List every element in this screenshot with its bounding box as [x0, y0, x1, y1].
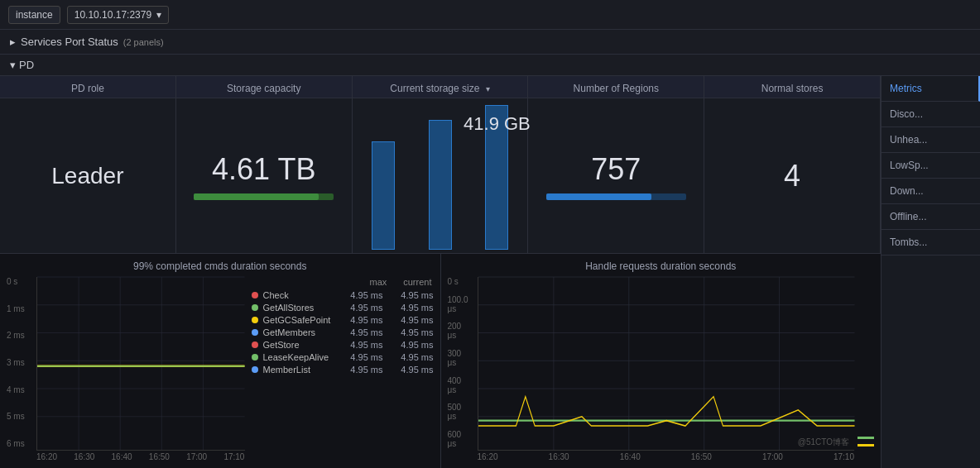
- getallstores-current: 4.95 ms: [388, 303, 434, 313]
- pd-role-title: PD role: [0, 76, 175, 98]
- chart2-x-labels: 16:20 16:30 16:40 16:50 17:00 17:10: [478, 451, 855, 461]
- y-label-0s: 0 s: [7, 277, 31, 286]
- normal-stores-value: 4: [784, 159, 800, 193]
- sidebar-item-lowsp[interactable]: LowSp...: [882, 153, 980, 179]
- y2-label-0: 0 s: [448, 277, 473, 286]
- check-current: 4.95 ms: [388, 290, 434, 300]
- sidebar-item-offline[interactable]: Offline...: [882, 204, 980, 230]
- chart2-title: Handle requests duration seconds: [448, 260, 875, 272]
- memberlist-max: 4.95 ms: [338, 365, 383, 375]
- getgcsafepoint-name: GetGCSafePoint: [263, 315, 333, 325]
- y2-label-400: 400 μs: [448, 376, 473, 394]
- chart2-svg: [478, 277, 855, 450]
- y-label-2ms: 2 ms: [7, 331, 31, 340]
- storage-capacity-value: 4.61 TB: [212, 152, 315, 187]
- normal-stores-card: Normal stores 4: [704, 76, 881, 253]
- regions-bar-bg: [546, 193, 686, 200]
- pd-role-value: Leader: [51, 163, 123, 189]
- chart1-svg-area: [36, 277, 245, 451]
- top-bar: instance 10.10.10.17:2379 ▾: [0, 0, 980, 30]
- getallstores-max: 4.95 ms: [338, 303, 383, 313]
- y-label-4ms: 4 ms: [7, 385, 31, 394]
- pd-role-card: PD role Leader: [0, 76, 176, 253]
- current-storage-card: Current storage size ▾ 41.9 GB: [353, 76, 529, 253]
- instance-label: instance: [8, 6, 60, 24]
- memberlist-current: 4.95 ms: [388, 365, 434, 375]
- y2-label-500: 500 μs: [448, 403, 473, 421]
- leasekeepalive-current: 4.95 ms: [388, 352, 434, 362]
- regions-title: Number of Regions: [528, 76, 704, 98]
- chart1-legend: max current Check 4.95 ms 4.95 ms GetAll…: [252, 277, 434, 461]
- getmembers-name: GetMembers: [263, 327, 333, 337]
- legend-check: Check 4.95 ms 4.95 ms: [252, 290, 434, 300]
- chart2-panel: Handle requests duration seconds 600 μs …: [441, 254, 882, 468]
- regions-bar-container: [546, 193, 686, 200]
- main-content: PD role Leader Storage capacity 4.61 TB: [0, 76, 980, 468]
- normal-stores-body: 4: [704, 98, 880, 253]
- getstore-dot: [252, 341, 258, 348]
- memberlist-dot: [252, 366, 258, 373]
- chart1-svg: [37, 277, 245, 450]
- y-label-1ms: 1 ms: [7, 304, 31, 313]
- sidebar-item-disco[interactable]: Disco...: [882, 102, 980, 127]
- services-badge: (2 panels): [123, 37, 164, 47]
- x2-label-1650: 16:50: [691, 452, 712, 461]
- chart2-green-indicator: [858, 437, 874, 439]
- instance-value: 10.10.10.17:2379: [74, 9, 151, 21]
- charts-row: 99% completed cmds duration seconds 6 ms…: [0, 254, 881, 468]
- x-label-1650: 16:50: [149, 452, 170, 461]
- instance-select[interactable]: 10.10.10.17:2379 ▾: [67, 6, 169, 24]
- getgcsafepoint-current: 4.95 ms: [388, 315, 434, 325]
- services-section-header: ▸ Services Port Status (2 panels): [0, 30, 980, 55]
- storage-capacity-card: Storage capacity 4.61 TB: [176, 76, 353, 253]
- chart2-yellow-indicator: [858, 444, 874, 447]
- chart1-panel: 99% completed cmds duration seconds 6 ms…: [0, 254, 441, 468]
- x-label-1640: 16:40: [112, 452, 132, 461]
- x2-label-1620: 16:20: [478, 452, 498, 461]
- sidebar-item-tombs[interactable]: Tombs...: [882, 230, 980, 255]
- x-label-1710: 17:10: [223, 452, 244, 461]
- getmembers-dot: [252, 329, 258, 336]
- memberlist-name: MemberList: [263, 365, 333, 375]
- check-max: 4.95 ms: [338, 290, 383, 300]
- legend-leasekeepalive: LeaseKeepAlive 4.95 ms 4.95 ms: [252, 352, 434, 362]
- chart2-main: @51CTO博客 16:20 16:30 16:40 16:50 17:00 1…: [478, 277, 855, 461]
- getstore-max: 4.95 ms: [338, 340, 383, 350]
- chevron-icon: ▾: [156, 9, 161, 21]
- chart1-y-axis: 6 ms 5 ms 4 ms 3 ms 2 ms 1 ms 0 s: [7, 277, 36, 461]
- getstore-current: 4.95 ms: [388, 340, 434, 350]
- storage-chevron-icon[interactable]: ▾: [486, 84, 490, 93]
- pd-section-header: ▾ PD: [0, 55, 980, 76]
- sidebar-item-metrics[interactable]: Metrics: [882, 76, 980, 102]
- x2-label-1630: 16:30: [549, 452, 569, 461]
- check-name: Check: [263, 290, 333, 300]
- x2-label-1640: 16:40: [620, 452, 641, 461]
- pd-collapse-icon[interactable]: ▾: [10, 59, 16, 71]
- cards-row: PD role Leader Storage capacity 4.61 TB: [0, 76, 881, 254]
- getallstores-name: GetAllStores: [263, 303, 333, 313]
- y-label-6ms: 6 ms: [7, 439, 31, 448]
- legend-header: max current: [252, 277, 434, 287]
- sidebar-item-unhea[interactable]: Unhea...: [882, 127, 980, 153]
- sidebar-item-down[interactable]: Down...: [882, 179, 980, 204]
- regions-body: 757: [528, 98, 704, 253]
- current-storage-body: 41.9 GB: [353, 98, 528, 253]
- panels-area: PD role Leader Storage capacity 4.61 TB: [0, 76, 881, 468]
- chart2-indicators: [858, 277, 874, 461]
- storage-bar-bg: [194, 193, 334, 200]
- y2-label-100: 100.0 μs: [448, 295, 473, 313]
- collapse-icon[interactable]: ▸: [10, 36, 16, 48]
- getgcsafepoint-dot: [252, 317, 258, 323]
- y2-label-300: 300 μs: [448, 349, 473, 367]
- y-label-3ms: 3 ms: [7, 358, 31, 367]
- chart1-area: 6 ms 5 ms 4 ms 3 ms 2 ms 1 ms 0 s: [7, 277, 245, 461]
- legend-getstore: GetStore 4.95 ms 4.95 ms: [252, 340, 434, 350]
- pd-role-body: Leader: [0, 98, 175, 253]
- chart2-y-axis: 600 μs 500 μs 400 μs 300 μs 200 μs 100.0…: [448, 277, 478, 461]
- regions-card: Number of Regions 757: [528, 76, 704, 253]
- getstore-name: GetStore: [263, 340, 333, 350]
- chart1-title: 99% completed cmds duration seconds: [7, 260, 434, 272]
- y2-label-600: 600 μs: [448, 430, 473, 448]
- watermark: @51CTO博客: [798, 437, 849, 448]
- check-dot: [252, 292, 258, 298]
